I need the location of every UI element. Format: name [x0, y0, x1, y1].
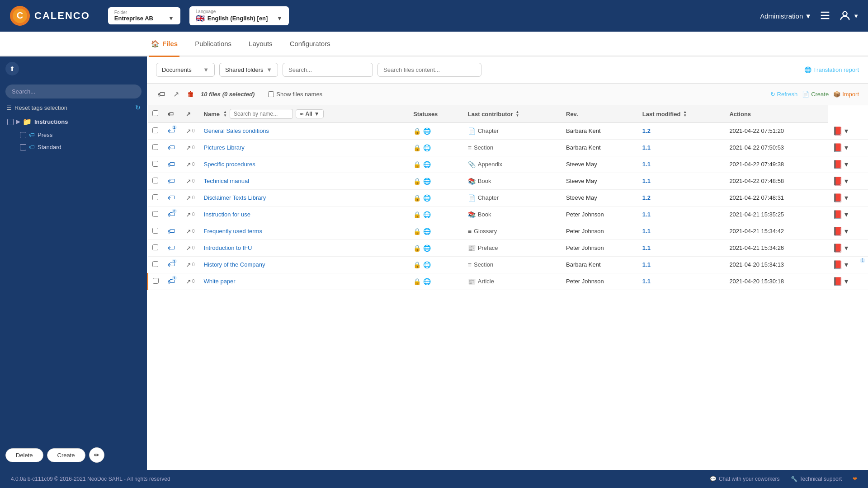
share-icon[interactable]: ↗ [186, 211, 191, 218]
row-tag-cell[interactable]: 🏷1 [163, 273, 181, 290]
row-share-cell[interactable]: ↗ 0 [181, 256, 199, 273]
row-tag-cell[interactable]: 🏷 [163, 239, 181, 256]
refresh-button[interactable]: ↻ Refresh [770, 91, 798, 98]
press-checkbox[interactable] [20, 132, 26, 138]
share-icon[interactable]: ↗ [186, 261, 191, 268]
row-share-cell[interactable]: ↗ 0 [181, 173, 199, 189]
row-checkbox-cell[interactable] [148, 256, 164, 273]
chat-link[interactable]: 💬 Chat with your coworkers [710, 476, 780, 482]
contributor-header[interactable]: Last contributor ▲▼ [463, 105, 561, 123]
tab-layouts[interactable]: Layouts [247, 32, 274, 56]
file-link[interactable]: General Sales conditions [204, 127, 269, 134]
select-all-checkbox[interactable] [152, 110, 158, 116]
translation-report-link[interactable]: 🌐 Translation report [804, 66, 859, 73]
delete-all-button[interactable]: 🗑 [185, 89, 196, 100]
row-tag-cell[interactable]: 🏷 [163, 173, 181, 189]
row-checkbox-cell[interactable] [148, 139, 164, 156]
sidebar-item-press[interactable]: 🏷 Press [18, 129, 142, 141]
pdf-icon[interactable]: 📕 [833, 126, 843, 136]
share-icon[interactable]: ↗ [186, 178, 191, 185]
notifications-button[interactable] [819, 9, 831, 23]
row-share-cell[interactable]: ↗ 0 [181, 156, 199, 173]
row-checkbox[interactable] [152, 194, 158, 200]
folder-dropdown[interactable]: Folder Entreprise AB ▼ [108, 7, 180, 24]
user-menu-button[interactable]: ▼ [839, 9, 859, 22]
row-checkbox[interactable] [152, 261, 158, 267]
delete-button[interactable]: Delete [5, 448, 43, 462]
sidebar-item-standard[interactable]: 🏷 Standard [18, 141, 142, 153]
instructions-checkbox[interactable] [7, 119, 14, 125]
show-names-checkbox[interactable] [268, 91, 274, 97]
pdf-icon[interactable]: 📕 [833, 193, 843, 203]
row-share-cell[interactable]: ↗ 0 [181, 223, 199, 239]
row-tag-cell[interactable]: 🏷 [163, 156, 181, 173]
more-actions-button[interactable]: ▾ [844, 143, 848, 152]
more-actions-button[interactable]: ▾ [844, 210, 848, 219]
row-checkbox-cell[interactable] [148, 239, 164, 256]
file-link[interactable]: White paper [204, 278, 236, 285]
share-all-button[interactable]: ↗ [171, 88, 181, 100]
more-actions-button[interactable]: ▾ [844, 177, 848, 185]
row-checkbox[interactable] [152, 161, 158, 167]
row-checkbox-cell[interactable] [148, 223, 164, 239]
file-link[interactable]: Specific procedures [204, 161, 255, 168]
select-all-header[interactable] [148, 105, 164, 123]
pdf-icon[interactable]: 📕 [833, 226, 843, 236]
administration-button[interactable]: Administration ▼ [760, 12, 811, 20]
sidebar-search-input[interactable] [5, 84, 142, 99]
row-tag-cell[interactable]: 🏷 [163, 139, 181, 156]
row-share-cell[interactable]: ↗ 0 [181, 123, 199, 140]
row-share-cell[interactable]: ↗ 0 [181, 189, 199, 206]
import-button[interactable]: 📦 Import [833, 91, 859, 98]
search-input[interactable] [283, 63, 373, 77]
row-tag-cell[interactable]: 🏷1 [163, 123, 181, 140]
sidebar-item-instructions[interactable]: ▶ 📁 Instructions [5, 115, 142, 129]
more-actions-button[interactable]: ▾ [844, 277, 848, 286]
row-checkbox[interactable] [152, 228, 158, 234]
more-actions-button[interactable]: ▾ [844, 260, 848, 269]
pdf-icon[interactable]: 📕 [833, 277, 843, 286]
language-dropdown[interactable]: Language 🇬🇧 English (English) [en] ▼ [189, 6, 289, 25]
show-names-label[interactable]: Show files names [268, 91, 322, 98]
sidebar-collapse-button[interactable]: ⬆ [5, 62, 19, 75]
search-content-input[interactable] [377, 63, 481, 77]
rev-header[interactable]: Rev. [561, 105, 638, 123]
row-checkbox-cell[interactable] [148, 123, 164, 140]
file-link[interactable]: History of the Company [204, 261, 265, 268]
share-icon[interactable]: ↗ [186, 278, 191, 285]
create-folder-button[interactable]: Create [47, 448, 85, 462]
share-icon[interactable]: ↗ [186, 127, 191, 135]
share-icon[interactable]: ↗ [186, 194, 191, 202]
share-icon[interactable]: ↗ [186, 161, 191, 168]
row-share-cell[interactable]: ↗ 0 [181, 273, 199, 290]
row-tag-cell[interactable]: 🏷 [163, 223, 181, 239]
more-actions-button[interactable]: ▾ [844, 193, 848, 202]
row-share-cell[interactable]: ↗ 0 [181, 239, 199, 256]
reset-tags-button[interactable]: ☰ Reset tags selection [6, 104, 67, 111]
tag-all-button[interactable]: 🏷 [156, 89, 167, 100]
tab-publications[interactable]: Publications [193, 32, 233, 56]
row-checkbox[interactable] [152, 211, 158, 217]
file-link[interactable]: Frequently used terms [204, 228, 262, 235]
pdf-icon[interactable]: 📕 [833, 210, 843, 220]
row-checkbox[interactable] [152, 244, 158, 250]
share-icon[interactable]: ↗ [186, 244, 191, 252]
name-search-input[interactable] [230, 109, 293, 119]
more-actions-button[interactable]: ▾ [844, 127, 848, 135]
last-modified-header[interactable]: Last modified ▲▼ [638, 105, 725, 123]
share-icon[interactable]: ↗ [186, 144, 191, 151]
row-checkbox[interactable] [152, 127, 158, 133]
row-checkbox[interactable] [152, 144, 158, 150]
filter-dropdown[interactable]: ∞All ▼ [296, 109, 324, 118]
pdf-icon[interactable]: 📕 [833, 160, 843, 169]
pdf-icon[interactable]: 📕 [833, 243, 843, 253]
row-tag-cell[interactable]: 🏷1 [163, 256, 181, 273]
row-checkbox-cell[interactable] [148, 273, 164, 290]
tab-configurators[interactable]: Configurators [288, 32, 332, 56]
more-actions-button[interactable]: ▾ [844, 244, 848, 252]
doc-type-dropdown[interactable]: Documents ▼ [156, 63, 215, 77]
pdf-icon[interactable]: 📕 [833, 143, 843, 153]
file-link[interactable]: Pictures Library [204, 144, 245, 151]
shared-folders-dropdown[interactable]: Shared folders ▼ [219, 63, 278, 77]
file-link[interactable]: Technical manual [204, 178, 249, 184]
